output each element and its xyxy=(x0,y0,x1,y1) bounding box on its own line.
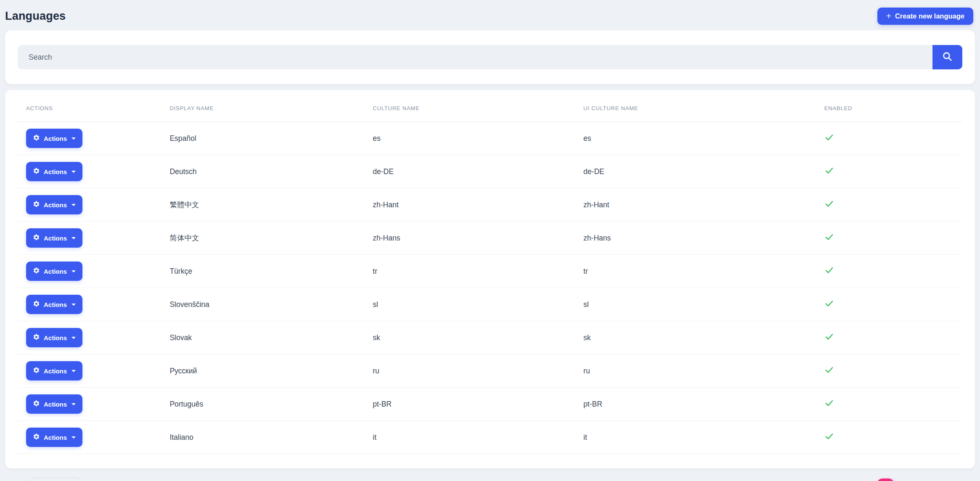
cell-display-name: Slovenščina xyxy=(161,288,364,321)
cell-display-name: 繁體中文 xyxy=(161,188,364,222)
gear-icon xyxy=(33,267,40,275)
cell-culture-name: sl xyxy=(364,288,575,321)
cell-display-name: Deutsch xyxy=(161,155,364,188)
gear-icon xyxy=(33,433,40,441)
gear-icon xyxy=(33,201,40,209)
cell-culture-name: sk xyxy=(364,321,575,354)
languages-table-card: ACTIONS DISPLAY NAME CULTURE NAME UI CUL… xyxy=(5,90,975,468)
caret-down-icon xyxy=(72,171,76,173)
page-size-select[interactable]: 10 xyxy=(31,478,81,481)
row-actions-button[interactable]: Actions xyxy=(26,162,82,181)
table-row: Actions Türkçe tr tr xyxy=(18,255,962,288)
cell-culture-name: zh-Hant xyxy=(364,188,575,222)
gear-icon xyxy=(33,167,40,176)
row-actions-button[interactable]: Actions xyxy=(26,129,82,148)
table-row: Actions 繁體中文 zh-Hant zh-Hant xyxy=(18,188,962,222)
create-button-label: Create new language xyxy=(895,12,964,20)
actions-button-label: Actions xyxy=(44,367,67,375)
column-header-display-name: DISPLAY NAME xyxy=(161,90,364,122)
cell-ui-culture-name: de-DE xyxy=(575,155,816,188)
cell-culture-name: pt-BR xyxy=(364,388,575,421)
cell-culture-name: de-DE xyxy=(364,155,575,188)
row-actions-button[interactable]: Actions xyxy=(26,262,82,281)
caret-down-icon xyxy=(72,403,76,405)
search-group xyxy=(18,45,962,69)
column-header-enabled: ENABLED xyxy=(816,90,962,122)
cell-ui-culture-name: es xyxy=(575,122,816,155)
table-row: Actions Español es es xyxy=(18,122,962,155)
caret-down-icon xyxy=(72,204,76,206)
actions-button-label: Actions xyxy=(44,235,67,242)
table-row: Actions Deutsch de-DE de-DE xyxy=(18,155,962,188)
cell-display-name: Português xyxy=(161,388,364,421)
cell-display-name: 简体中文 xyxy=(161,222,364,255)
search-card xyxy=(5,30,975,84)
gear-icon xyxy=(33,234,40,242)
actions-button-label: Actions xyxy=(44,301,67,308)
actions-button-label: Actions xyxy=(44,401,67,408)
caret-down-icon xyxy=(72,304,76,306)
caret-down-icon xyxy=(72,270,76,272)
row-actions-button[interactable]: Actions xyxy=(26,394,82,414)
gear-icon xyxy=(33,400,40,408)
table-row: Actions Slovak sk sk xyxy=(18,321,962,354)
enabled-check-icon xyxy=(824,368,834,376)
enabled-check-icon xyxy=(824,335,834,343)
row-actions-button[interactable]: Actions xyxy=(26,228,82,248)
search-button[interactable] xyxy=(932,45,962,69)
cell-ui-culture-name: tr xyxy=(575,255,816,288)
column-header-culture-name: CULTURE NAME xyxy=(364,90,575,122)
enabled-check-icon xyxy=(824,268,834,277)
cell-culture-name: zh-Hans xyxy=(364,222,575,255)
row-actions-button[interactable]: Actions xyxy=(26,295,82,314)
pagination: First Previous 1 2 Next Last xyxy=(810,478,969,481)
search-icon xyxy=(942,51,953,63)
cell-ui-culture-name: zh-Hant xyxy=(575,188,816,222)
cell-display-name: Español xyxy=(161,122,364,155)
caret-down-icon xyxy=(72,337,76,339)
cell-ui-culture-name: zh-Hans xyxy=(575,222,816,255)
table-row: Actions Slovenščina sl sl xyxy=(18,288,962,321)
cell-ui-culture-name: it xyxy=(575,421,816,454)
row-actions-button[interactable]: Actions xyxy=(26,195,82,214)
plus-icon: + xyxy=(886,11,891,20)
enabled-check-icon xyxy=(824,202,834,210)
cell-ui-culture-name: ru xyxy=(575,354,816,388)
caret-down-icon xyxy=(72,137,76,140)
table-row: Actions Русский ru ru xyxy=(18,354,962,388)
gear-icon xyxy=(33,134,40,143)
search-input[interactable] xyxy=(18,45,932,69)
languages-page: Languages + Create new language xyxy=(0,0,980,481)
cell-display-name: Italiano xyxy=(161,421,364,454)
actions-button-label: Actions xyxy=(44,135,67,142)
table-footer: Show 10 entries Showing 1 to 10 of 18 en… xyxy=(5,478,975,481)
enabled-check-icon xyxy=(824,135,834,144)
row-actions-button[interactable]: Actions xyxy=(26,361,82,381)
actions-button-label: Actions xyxy=(44,334,67,341)
table-row: Actions Português pt-BR pt-BR xyxy=(18,388,962,421)
cell-culture-name: it xyxy=(364,421,575,454)
cell-display-name: Русский xyxy=(161,354,364,388)
caret-down-icon xyxy=(72,370,76,372)
enabled-check-icon xyxy=(824,301,834,310)
row-actions-button[interactable]: Actions xyxy=(26,428,82,447)
caret-down-icon xyxy=(72,237,76,239)
actions-button-label: Actions xyxy=(44,201,67,209)
actions-button-label: Actions xyxy=(44,168,67,175)
caret-down-icon xyxy=(72,436,76,439)
pagination-page-1[interactable]: 1 xyxy=(877,478,894,481)
page-header: Languages + Create new language xyxy=(5,0,975,30)
page-title: Languages xyxy=(5,10,66,23)
cell-display-name: Türkçe xyxy=(161,255,364,288)
create-new-language-button[interactable]: + Create new language xyxy=(877,8,973,25)
actions-button-label: Actions xyxy=(44,434,67,441)
column-header-actions: ACTIONS xyxy=(18,90,161,122)
enabled-check-icon xyxy=(824,235,834,243)
table-header: ACTIONS DISPLAY NAME CULTURE NAME UI CUL… xyxy=(18,90,962,122)
column-header-ui-culture-name: UI CULTURE NAME xyxy=(575,90,816,122)
row-actions-button[interactable]: Actions xyxy=(26,328,82,347)
cell-ui-culture-name: sk xyxy=(575,321,816,354)
cell-culture-name: tr xyxy=(364,255,575,288)
gear-icon xyxy=(33,367,40,375)
cell-display-name: Slovak xyxy=(161,321,364,354)
